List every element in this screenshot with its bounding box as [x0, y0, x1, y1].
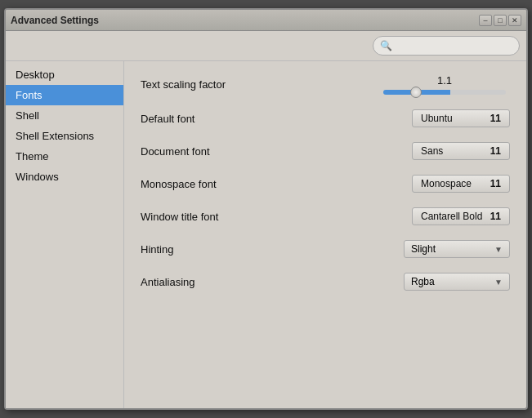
antialiasing-chevron-icon: ▼ [494, 278, 503, 287]
default-font-label: Default font [141, 113, 304, 125]
text-scaling-slider[interactable] [383, 90, 506, 95]
hinting-dropdown[interactable]: Slight ▼ [404, 240, 510, 258]
antialiasing-row: Antialiasing Rgba ▼ [141, 273, 510, 291]
default-font-row: Default font Ubuntu 11 [141, 109, 510, 127]
monospace-font-label: Monospace font [141, 178, 304, 190]
sidebar-item-desktop[interactable]: Desktop [6, 64, 123, 85]
default-font-name: Ubuntu [421, 113, 453, 124]
search-box: 🔍 [373, 36, 520, 56]
main-panel: Text scaling factor 1.1 Default font Ubu… [124, 61, 526, 408]
hinting-control: Slight ▼ [304, 240, 510, 258]
antialiasing-dropdown[interactable]: Rgba ▼ [404, 273, 510, 291]
document-font-control: Sans 11 [304, 142, 510, 160]
sidebar-item-theme[interactable]: Theme [6, 146, 123, 167]
text-scaling-row: Text scaling factor 1.1 [141, 74, 510, 95]
window-title-font-name: Cantarell Bold [421, 211, 482, 222]
window-title-font-control: Cantarell Bold 11 [304, 207, 510, 225]
window-title-font-row: Window title font Cantarell Bold 11 [141, 207, 510, 225]
default-font-button[interactable]: Ubuntu 11 [412, 109, 510, 127]
sidebar: Desktop Fonts Shell Shell Extensions The… [6, 61, 124, 408]
antialiasing-control: Rgba ▼ [304, 273, 510, 291]
monospace-font-button[interactable]: Monospace 11 [412, 175, 510, 193]
monospace-font-name: Monospace [421, 178, 472, 189]
sidebar-item-shell[interactable]: Shell [6, 105, 123, 126]
window-controls: – □ ✕ [479, 15, 521, 26]
default-font-control: Ubuntu 11 [304, 109, 510, 127]
sidebar-item-fonts[interactable]: Fonts [6, 85, 123, 105]
text-scaling-label: Text scaling factor [141, 78, 304, 91]
window-title: Advanced Settings [11, 15, 99, 26]
sidebar-item-windows[interactable]: Windows [6, 167, 123, 187]
document-font-button[interactable]: Sans 11 [412, 142, 510, 160]
hinting-chevron-icon: ▼ [494, 245, 503, 254]
document-font-size: 11 [490, 145, 501, 157]
document-font-label: Document font [141, 145, 304, 158]
maximize-button[interactable]: □ [494, 15, 507, 26]
hinting-row: Hinting Slight ▼ [141, 240, 510, 258]
document-font-row: Document font Sans 11 [141, 142, 510, 160]
toolbar: 🔍 [6, 31, 526, 61]
window-title-font-button[interactable]: Cantarell Bold 11 [412, 207, 510, 225]
window-title-font-size: 11 [490, 211, 501, 222]
content-area: Desktop Fonts Shell Shell Extensions The… [6, 61, 526, 408]
slider-value: 1.1 [437, 74, 452, 87]
monospace-font-row: Monospace font Monospace 11 [141, 175, 510, 193]
monospace-font-control: Monospace 11 [304, 175, 510, 193]
window-title-font-label: Window title font [141, 211, 304, 223]
default-font-size: 11 [490, 113, 501, 124]
titlebar: Advanced Settings – □ ✕ [6, 10, 526, 31]
document-font-name: Sans [421, 145, 443, 157]
minimize-button[interactable]: – [479, 15, 492, 26]
slider-container: 1.1 [379, 74, 510, 95]
close-button[interactable]: ✕ [508, 15, 521, 26]
search-icon: 🔍 [380, 40, 392, 51]
monospace-font-size: 11 [490, 178, 501, 189]
text-scaling-control: 1.1 [304, 74, 510, 95]
antialiasing-label: Antialiasing [141, 276, 304, 288]
search-input[interactable] [396, 40, 512, 51]
main-window: Advanced Settings – □ ✕ 🔍 Desktop Fonts … [4, 8, 528, 410]
hinting-label: Hinting [141, 243, 304, 256]
sidebar-item-shell-extensions[interactable]: Shell Extensions [6, 126, 123, 146]
antialiasing-value: Rgba [411, 276, 435, 287]
hinting-value: Slight [411, 243, 436, 255]
